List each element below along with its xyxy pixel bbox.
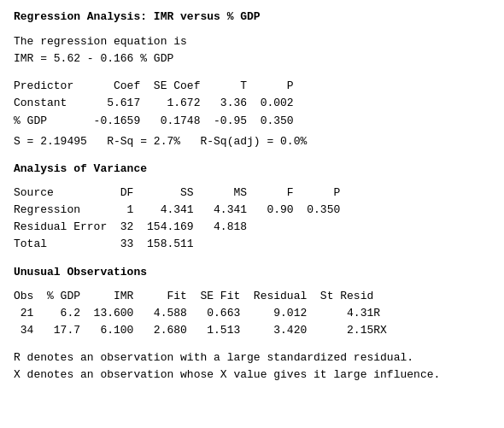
predictor-row-constant: Constant 5.617 1.672 3.36 0.002 — [14, 95, 490, 112]
anova-row-total: Total 33 158.511 — [14, 236, 490, 253]
anova-block: Analysis of Variance Source DF SS MS F P… — [14, 161, 490, 254]
anova-title: Analysis of Variance — [14, 161, 490, 178]
unusual-title: Unusual Observations — [14, 264, 490, 281]
anova-header: Source DF SS MS F P — [14, 185, 490, 202]
equation: IMR = 5.62 - 0.166 % GDP — [14, 50, 490, 67]
predictor-table: Predictor Coef SE Coef T P Constant 5.61… — [14, 78, 490, 129]
footnote-r: R denotes an observation with a large st… — [14, 349, 490, 366]
unusual-header: Obs % GDP IMR Fit SE Fit Residual St Res… — [14, 288, 490, 305]
footnotes-block: R denotes an observation with a large st… — [14, 349, 490, 384]
footnote-x: X denotes an observation whose X value g… — [14, 366, 490, 384]
predictor-header: Predictor Coef SE Coef T P — [14, 78, 490, 95]
anova-row-regression: Regression 1 4.341 4.341 0.90 0.350 — [14, 202, 490, 219]
stats-line-block: S = 2.19495 R-Sq = 2.7% R-Sq(adj) = 0.0% — [14, 133, 490, 150]
unusual-block: Unusual Observations Obs % GDP IMR Fit S… — [14, 264, 490, 340]
equation-header: The regression equation is — [14, 33, 490, 50]
anova-row-residual: Residual Error 32 154.169 4.818 — [14, 219, 490, 236]
unusual-row-21: 21 6.2 13.600 4.588 0.663 9.012 4.31R — [14, 305, 490, 322]
unusual-row-34: 34 17.7 6.100 2.680 1.513 3.420 2.15RX — [14, 322, 490, 339]
page-container: Regression Analysis: IMR versus % GDP Th… — [14, 10, 490, 384]
stats-line: S = 2.19495 R-Sq = 2.7% R-Sq(adj) = 0.0% — [14, 133, 490, 150]
equation-block: The regression equation is IMR = 5.62 - … — [14, 33, 490, 67]
regression-title: Regression Analysis: IMR versus % GDP — [14, 10, 490, 23]
predictor-row-gdp: % GDP -0.1659 0.1748 -0.95 0.350 — [14, 113, 490, 130]
